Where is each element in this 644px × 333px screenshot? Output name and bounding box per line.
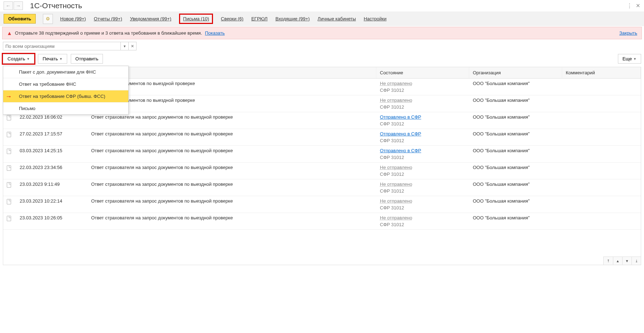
row-comment: [562, 95, 641, 112]
state-link[interactable]: Отправлено в СФР: [380, 148, 421, 153]
state-link[interactable]: Не отправлено: [380, 81, 412, 86]
state-link[interactable]: Не отправлено: [380, 182, 412, 187]
tab-bar: Обновить ⚙ Новое (99+) Отчеты (99+) Увед…: [0, 11, 644, 26]
tab-new[interactable]: Новое (99+): [60, 16, 86, 21]
column-header-state[interactable]: Состояние: [376, 67, 469, 78]
row-state: Отправлено в СФРСФР 31012: [376, 129, 469, 145]
document-icon: [7, 149, 11, 154]
row-state: Не отправленоСФР 31012: [376, 196, 469, 213]
table-row[interactable]: 22.03.2023 23:34:56Ответ страхователя на…: [3, 163, 641, 179]
print-button-label: Печать: [43, 56, 58, 61]
row-org: ООО "Большая компания": [469, 196, 562, 213]
document-icon: [7, 115, 11, 120]
red-arrow-icon: →: [5, 93, 12, 100]
chevron-down-icon: ▼: [633, 57, 636, 61]
alert-bar: ▲ Отправьте 38 подтверждений о приеме и …: [2, 27, 642, 39]
scroll-bottom-button[interactable]: ⤓: [631, 257, 641, 265]
row-org: ООО "Большая компания": [469, 179, 562, 196]
print-button[interactable]: Печать ▼: [38, 54, 67, 64]
create-button[interactable]: Создать ▼: [3, 54, 34, 64]
create-button-label: Создать: [8, 56, 25, 61]
alert-show-link[interactable]: Показать: [205, 30, 225, 36]
org-filter-clear-button[interactable]: ✕: [129, 42, 137, 50]
dropdown-item-response-fns[interactable]: Ответ на требование ФНС: [3, 78, 128, 90]
row-comment: [562, 179, 641, 196]
row-org: ООО "Большая компания": [469, 129, 562, 145]
table-row[interactable]: 03.03.2023 14:25:15Ответ страхователя на…: [3, 146, 641, 163]
more-button[interactable]: Еще ▼: [618, 54, 641, 64]
close-icon[interactable]: ✕: [636, 3, 640, 9]
table-nav-buttons: ⤒ ▲ ▼ ⤓: [603, 257, 641, 265]
row-state: Не отправленоСФР 31012: [376, 79, 469, 95]
gear-icon: ⚙: [46, 16, 50, 21]
row-icon-cell: [3, 213, 16, 229]
row-name: Ответ страхователя на запрос документов …: [88, 112, 376, 129]
row-icon-cell: [3, 179, 16, 196]
table-row[interactable]: 22.02.2023 16:06:02Ответ страхователя на…: [3, 112, 641, 129]
document-icon: [7, 199, 11, 204]
row-comment: [562, 163, 641, 179]
row-icon-cell: [3, 129, 16, 145]
row-comment: [562, 146, 641, 162]
scroll-top-button[interactable]: ⤒: [604, 257, 613, 265]
document-icon: [7, 132, 11, 137]
org-filter-dropdown-button[interactable]: ▾: [121, 42, 129, 50]
row-name: Ответ страхователя на запрос документов …: [88, 196, 376, 213]
dropdown-item-letter[interactable]: Письмо: [3, 103, 128, 114]
state-link[interactable]: Отправлено в СФР: [380, 131, 421, 136]
row-state: Отправлено в СФРСФР 31012: [376, 146, 469, 162]
nav-back-button[interactable]: ←: [4, 1, 13, 10]
state-sub: СФР 31012: [380, 138, 466, 143]
row-org: ООО "Большая компания": [469, 79, 562, 95]
row-icon-cell: [3, 163, 16, 179]
tab-reports[interactable]: Отчеты (99+): [94, 16, 122, 21]
document-icon: [7, 182, 11, 188]
gear-button[interactable]: ⚙: [43, 14, 53, 24]
tab-cabinets[interactable]: Личные кабинеты: [318, 16, 356, 21]
tab-letters[interactable]: Письма (10): [179, 14, 213, 24]
row-name: Ответ страхователя на запрос документов …: [88, 129, 376, 145]
row-state: Не отправленоСФР 31012: [376, 213, 469, 229]
row-date: 27.02.2023 17:15:57: [16, 129, 88, 145]
refresh-button[interactable]: Обновить: [4, 14, 36, 24]
row-date: 23.03.2023 10:22:14: [16, 196, 88, 213]
row-org: ООО "Большая компания": [469, 95, 562, 112]
org-filter-input[interactable]: [3, 42, 121, 50]
state-link[interactable]: Не отправлено: [380, 165, 412, 170]
tab-settings[interactable]: Настройки: [364, 16, 387, 21]
scroll-up-button[interactable]: ▲: [613, 257, 622, 265]
table-row[interactable]: 23.03.2023 9:11:49Ответ страхователя на …: [3, 179, 641, 196]
dropdown-item-package-fns[interactable]: Пакет с доп. документами для ФНС: [3, 66, 128, 78]
alert-close-link[interactable]: Закрыть: [619, 30, 637, 36]
column-header-org[interactable]: Организация: [469, 67, 562, 78]
row-name: Ответ страхователя на запрос документов …: [88, 179, 376, 196]
state-link[interactable]: Не отправлено: [380, 98, 412, 103]
row-comment: [562, 79, 641, 95]
state-link[interactable]: Отправлено в СФР: [380, 114, 421, 120]
state-sub: СФР 31012: [380, 88, 466, 93]
scroll-down-button[interactable]: ▼: [622, 257, 631, 265]
table-row[interactable]: 27.02.2023 17:15:57Ответ страхователя на…: [3, 129, 641, 146]
menu-icon[interactable]: ⋮: [627, 3, 632, 9]
row-name: ля на запрос документов по выездной пров…: [88, 95, 376, 112]
state-link[interactable]: Не отправлено: [380, 198, 412, 204]
row-date: 23.03.2023 10:26:05: [16, 213, 88, 229]
tab-egrul[interactable]: ЕГРЮЛ: [251, 16, 267, 21]
state-sub: СФР 31012: [380, 104, 466, 110]
tab-incoming[interactable]: Входящие (99+): [276, 16, 310, 21]
state-sub: СФР 31012: [380, 121, 466, 126]
state-link[interactable]: Не отправлено: [380, 215, 412, 220]
dropdown-item-response-sfr[interactable]: → Ответ на требование СФР (бывш. ФСС): [3, 90, 128, 103]
table-row[interactable]: 23.03.2023 10:22:14Ответ страхователя на…: [3, 196, 641, 213]
state-sub: СФР 31012: [380, 188, 466, 194]
send-button[interactable]: Отправить: [71, 54, 103, 64]
tab-reconciliations[interactable]: Сверки (6): [221, 16, 243, 21]
nav-forward-button[interactable]: →: [14, 1, 23, 10]
table-row[interactable]: 23.03.2023 10:26:05Ответ страхователя на…: [3, 213, 641, 230]
row-name: Ответ страхователя на запрос документов …: [88, 163, 376, 179]
row-state: Не отправленоСФР 31012: [376, 163, 469, 179]
row-date: 03.03.2023 14:25:15: [16, 146, 88, 162]
column-header-comment[interactable]: Комментарий: [562, 67, 641, 78]
tab-notifications[interactable]: Уведомления (99+): [130, 16, 172, 21]
row-name: Ответ страхователя на запрос документов …: [88, 146, 376, 162]
